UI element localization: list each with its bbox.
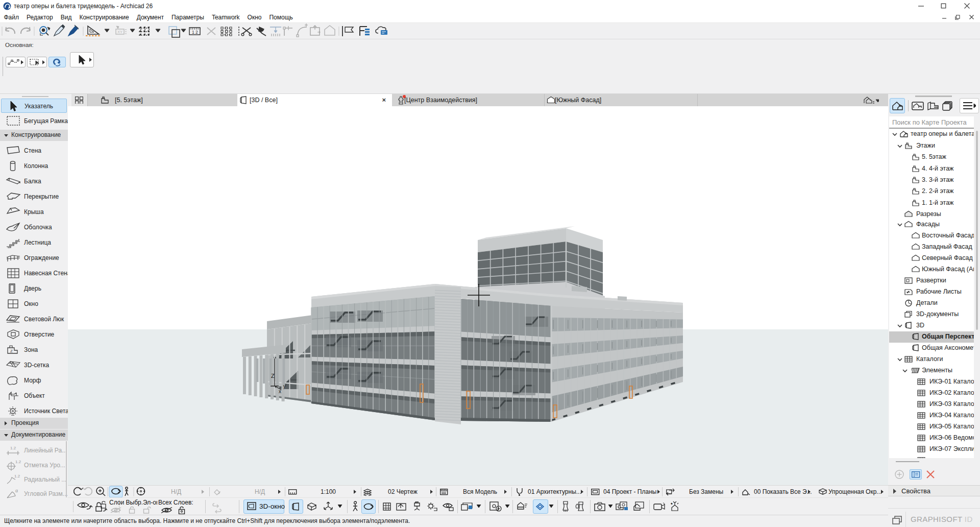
- svg-text:Z: Z: [271, 373, 275, 379]
- svg-text:1.2: 1.2: [15, 460, 21, 464]
- svg-text:1 2: 1 2: [192, 30, 198, 35]
- svg-text:✦: ✦: [670, 502, 673, 506]
- svg-text:y: y: [283, 384, 286, 389]
- svg-text:α: α: [15, 488, 18, 493]
- svg-text:1.2: 1.2: [10, 446, 16, 450]
- svg-text:Z: Z: [10, 349, 13, 353]
- svg-text:x: x: [279, 389, 281, 394]
- svg-text:XY: XY: [117, 30, 122, 34]
- svg-text:1.2: 1.2: [14, 474, 20, 478]
